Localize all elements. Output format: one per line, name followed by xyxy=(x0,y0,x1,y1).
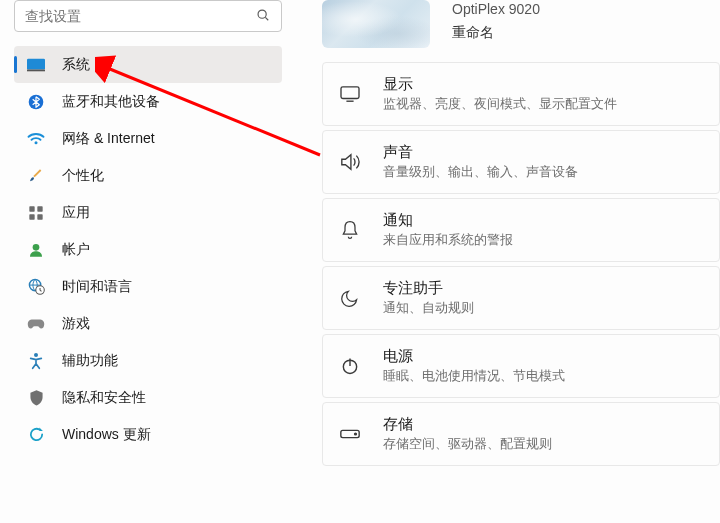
card-title: 通知 xyxy=(383,211,513,230)
card-subtitle: 监视器、亮度、夜间模式、显示配置文件 xyxy=(383,96,617,113)
card-subtitle: 来自应用和系统的警报 xyxy=(383,232,513,249)
card-title: 电源 xyxy=(383,347,565,366)
sidebar-item-label: 蓝牙和其他设备 xyxy=(62,93,160,111)
sidebar-item-gaming[interactable]: 游戏 xyxy=(14,305,282,342)
settings-card-power[interactable]: 电源 睡眠、电池使用情况、节电模式 xyxy=(322,334,720,398)
person-icon xyxy=(26,240,46,260)
sidebar-item-label: 辅助功能 xyxy=(62,352,118,370)
accessibility-icon xyxy=(26,351,46,371)
display-icon xyxy=(339,83,361,105)
sidebar-item-privacy[interactable]: 隐私和安全性 xyxy=(14,379,282,416)
svg-line-1 xyxy=(265,17,268,20)
settings-card-focus-assist[interactable]: 专注助手 通知、自动规则 xyxy=(322,266,720,330)
sidebar-item-apps[interactable]: 应用 xyxy=(14,194,282,231)
sidebar-item-label: 系统 xyxy=(62,56,90,74)
desktop-thumbnail xyxy=(322,0,430,48)
card-title: 专注助手 xyxy=(383,279,474,298)
sidebar-item-label: 游戏 xyxy=(62,315,90,333)
settings-card-notifications[interactable]: 通知 来自应用和系统的警报 xyxy=(322,198,720,262)
update-icon xyxy=(26,425,46,445)
svg-rect-14 xyxy=(341,87,359,99)
sidebar-item-label: 网络 & Internet xyxy=(62,130,155,148)
sidebar-item-personalization[interactable]: 个性化 xyxy=(14,157,282,194)
svg-rect-2 xyxy=(27,58,45,69)
card-title: 声音 xyxy=(383,143,578,162)
card-subtitle: 音量级别、输出、输入、声音设备 xyxy=(383,164,578,181)
sidebar-item-accounts[interactable]: 帐户 xyxy=(14,231,282,268)
sidebar-item-system[interactable]: 系统 xyxy=(14,46,282,83)
card-subtitle: 通知、自动规则 xyxy=(383,300,474,317)
sidebar-item-label: 个性化 xyxy=(62,167,104,185)
svg-point-0 xyxy=(258,10,266,18)
shield-icon xyxy=(26,388,46,408)
bluetooth-icon xyxy=(26,92,46,112)
settings-card-storage[interactable]: 存储 存储空间、驱动器、配置规则 xyxy=(322,402,720,466)
wifi-icon xyxy=(26,129,46,149)
apps-icon xyxy=(26,203,46,223)
search-icon xyxy=(254,6,272,24)
svg-point-10 xyxy=(33,244,40,251)
sidebar-item-label: Windows 更新 xyxy=(62,426,151,444)
search-input[interactable] xyxy=(14,0,282,32)
sound-icon xyxy=(339,151,361,173)
sidebar-item-label: 时间和语言 xyxy=(62,278,132,296)
svg-point-5 xyxy=(35,141,38,144)
card-subtitle: 存储空间、驱动器、配置规则 xyxy=(383,436,552,453)
storage-icon xyxy=(339,423,361,445)
bell-icon xyxy=(339,219,361,241)
sidebar-item-label: 应用 xyxy=(62,204,90,222)
svg-point-13 xyxy=(34,353,38,357)
sidebar-item-bluetooth[interactable]: 蓝牙和其他设备 xyxy=(14,83,282,120)
svg-rect-7 xyxy=(37,206,42,211)
settings-card-display[interactable]: 显示 监视器、亮度、夜间模式、显示配置文件 xyxy=(322,62,720,126)
sidebar-item-network[interactable]: 网络 & Internet xyxy=(14,120,282,157)
settings-card-sound[interactable]: 声音 音量级别、输出、输入、声音设备 xyxy=(322,130,720,194)
globe-clock-icon xyxy=(26,277,46,297)
sidebar-item-label: 帐户 xyxy=(62,241,90,259)
svg-rect-3 xyxy=(27,69,45,71)
svg-rect-9 xyxy=(37,214,42,219)
gamepad-icon xyxy=(26,314,46,334)
power-icon xyxy=(339,355,361,377)
card-subtitle: 睡眠、电池使用情况、节电模式 xyxy=(383,368,565,385)
moon-icon xyxy=(339,287,361,309)
sidebar-item-windows-update[interactable]: Windows 更新 xyxy=(14,416,282,453)
sidebar-item-accessibility[interactable]: 辅助功能 xyxy=(14,342,282,379)
pc-model: OptiPlex 9020 xyxy=(452,0,540,20)
svg-rect-8 xyxy=(29,214,34,219)
card-title: 显示 xyxy=(383,75,617,94)
system-icon xyxy=(26,55,46,75)
brush-icon xyxy=(26,166,46,186)
svg-point-19 xyxy=(355,433,357,435)
card-title: 存储 xyxy=(383,415,552,434)
sidebar-item-time-language[interactable]: 时间和语言 xyxy=(14,268,282,305)
sidebar-item-label: 隐私和安全性 xyxy=(62,389,146,407)
svg-rect-6 xyxy=(29,206,34,211)
rename-pc-link[interactable]: 重命名 xyxy=(452,24,540,42)
